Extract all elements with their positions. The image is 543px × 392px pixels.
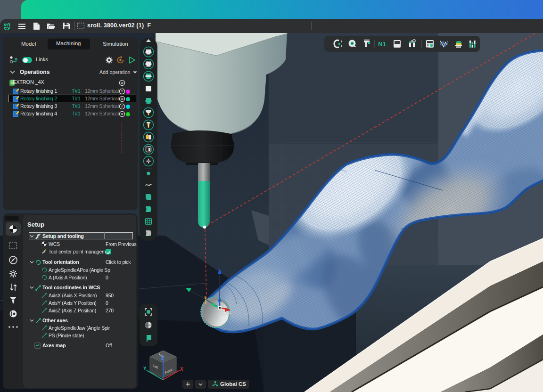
svg-text:X: X	[180, 367, 183, 372]
svg-text:Y: Y	[143, 366, 147, 371]
svg-text:N1: N1	[378, 41, 387, 48]
svg-text:Z: Z	[161, 356, 164, 361]
svg-text:G54: G54	[222, 310, 231, 316]
